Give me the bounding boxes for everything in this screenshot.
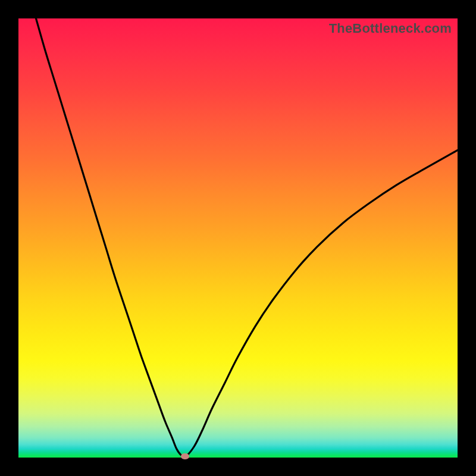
chart-frame: TheBottleneck.com [0,0,476,476]
optimal-point-marker [181,453,189,459]
bottleneck-curve [18,18,458,458]
plot-area: TheBottleneck.com [18,18,458,458]
